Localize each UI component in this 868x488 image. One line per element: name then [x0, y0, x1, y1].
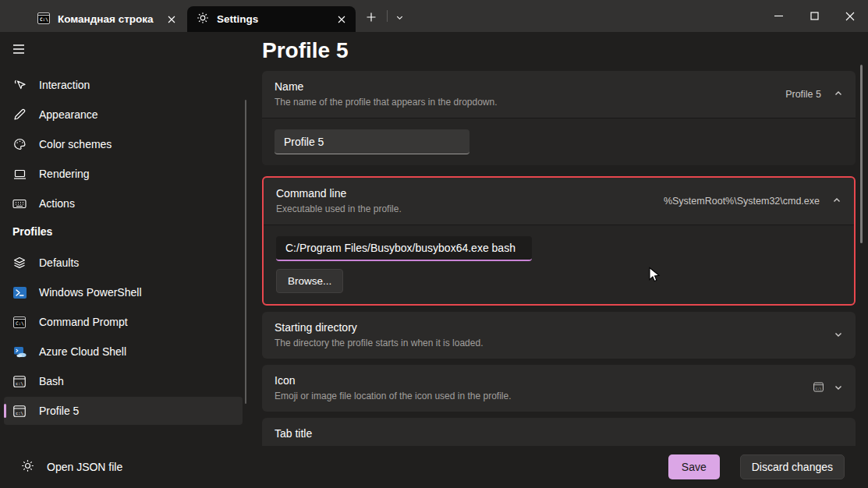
gear-icon [21, 459, 34, 475]
powershell-icon [12, 287, 27, 299]
open-json-file-label: Open JSON file [47, 461, 122, 473]
chevron-up-icon[interactable] [834, 87, 843, 101]
setting-description: The name of the profile that appears in … [275, 97, 498, 108]
plus-icon [367, 11, 376, 25]
icon-setting-card: Icon Emoji or image file location of the… [262, 365, 856, 412]
titlebar[interactable]: C:\ Командная строка Settings [0, 0, 868, 32]
interaction-icon [12, 79, 27, 92]
new-tab-button[interactable] [360, 8, 382, 28]
sidebar-item-actions[interactable]: Actions [4, 189, 243, 217]
window-controls [760, 0, 868, 32]
discard-changes-button[interactable]: Discard changes [740, 454, 845, 479]
close-tab-icon[interactable] [332, 10, 351, 29]
sidebar-item-label: Azure Cloud Shell [39, 345, 126, 358]
starting-directory-expander-header[interactable]: Starting directory The directory the pro… [262, 312, 856, 359]
sidebar-item-color-schemes[interactable]: Color schemes [4, 130, 243, 158]
icon-expander-header[interactable]: Icon Emoji or image file location of the… [262, 365, 856, 412]
page-title: Profile 5 [262, 39, 856, 62]
command-line-setting-card: Command line Executable used in the prof… [262, 176, 856, 306]
setting-title: Tab title [275, 427, 312, 440]
sidebar-item-rendering[interactable]: Rendering [4, 160, 243, 188]
sidebar-scrollbar[interactable] [245, 100, 246, 404]
tab-label: Командная строка [58, 13, 154, 25]
svg-text:c:\: c:\ [16, 380, 23, 385]
cmd-icon: C:\ [37, 12, 50, 27]
profile-icon-preview: c:\ [813, 381, 824, 395]
hamburger-menu-button[interactable] [11, 41, 39, 60]
setting-title: Name [275, 80, 498, 94]
sidebar-item-bash[interactable]: c:\ Bash [4, 367, 243, 395]
setting-current-value: Profile 5 [785, 89, 821, 100]
main-scrollbar[interactable] [860, 65, 863, 243]
minimize-button[interactable] [760, 0, 796, 32]
command-prompt-icon: C:\ [12, 316, 27, 328]
sidebar-item-label: Color schemes [39, 138, 112, 150]
close-tab-icon[interactable] [162, 10, 181, 29]
gear-icon [197, 12, 209, 27]
chevron-down-icon [395, 11, 404, 25]
setting-description: Emoji or image file location of the icon… [275, 391, 512, 402]
command-line-input[interactable] [276, 236, 532, 261]
svg-text:C:\: C:\ [16, 320, 24, 326]
sidebar-item-windows-powershell[interactable]: Windows PowerShell [4, 278, 243, 306]
settings-footer: Open JSON file Save Discard changes [0, 446, 868, 488]
name-setting-card: Name The name of the profile that appear… [262, 71, 856, 165]
chevron-up-icon[interactable] [832, 194, 841, 208]
terminal-icon: c:\ [12, 405, 27, 417]
sidebar-item-label: Defaults [39, 256, 79, 269]
tab-button-divider [387, 10, 388, 22]
appearance-icon [12, 108, 27, 121]
setting-title: Starting directory [275, 321, 483, 334]
svg-text:c:\: c:\ [815, 387, 821, 391]
windows-terminal-window: C:\ Командная строка Settings [0, 0, 868, 488]
tab-settings[interactable]: Settings [187, 6, 356, 32]
setting-title: Icon [275, 374, 512, 387]
settings-sidebar: Interaction Appearance Color schemes Ren… [0, 32, 246, 488]
layers-icon [12, 256, 27, 269]
setting-description: The directory the profile starts in when… [275, 338, 483, 349]
save-button[interactable]: Save [668, 454, 720, 479]
chevron-down-icon[interactable] [834, 328, 843, 342]
starting-directory-setting-card: Starting directory The directory the pro… [262, 312, 856, 359]
command-line-expander-header[interactable]: Command line Executable used in the prof… [264, 178, 854, 225]
setting-title: Command line [276, 187, 402, 200]
maximize-button[interactable] [796, 0, 832, 32]
name-input[interactable] [275, 129, 469, 154]
sidebar-item-label: Rendering [39, 168, 90, 180]
svg-text:c:\: c:\ [16, 410, 23, 415]
open-json-file-button[interactable]: Open JSON file [12, 459, 656, 475]
sidebar-item-label: Windows PowerShell [39, 286, 142, 299]
close-window-button[interactable] [832, 0, 868, 32]
chevron-down-icon[interactable] [834, 381, 843, 395]
setting-current-value: %SystemRoot%\System32\cmd.exe [664, 196, 820, 207]
rendering-icon [12, 168, 27, 180]
sidebar-item-interaction[interactable]: Interaction [4, 71, 243, 99]
name-expander-header[interactable]: Name The name of the profile that appear… [262, 71, 856, 118]
actions-icon [12, 199, 27, 209]
settings-main-panel: Profile 5 Name The name of the profile t… [246, 32, 868, 488]
sidebar-item-command-prompt[interactable]: C:\ Command Prompt [4, 308, 243, 336]
azure-cloud-shell-icon [12, 346, 27, 358]
sidebar-item-label: Profile 5 [39, 405, 79, 417]
sidebar-item-label: Interaction [39, 79, 90, 91]
sidebar-item-label: Appearance [39, 108, 98, 121]
svg-text:C:\: C:\ [40, 16, 48, 22]
sidebar-item-defaults[interactable]: Defaults [4, 249, 243, 277]
profiles-section-header: Profiles [12, 225, 234, 238]
setting-description: Executable used in the profile. [276, 203, 402, 215]
tab-command-prompt[interactable]: C:\ Командная строка [28, 6, 186, 32]
sidebar-item-label: Bash [39, 375, 64, 387]
tab-dropdown-button[interactable] [389, 9, 409, 27]
tab-label: Settings [217, 13, 324, 25]
sidebar-item-label: Command Prompt [39, 316, 128, 328]
sidebar-item-azure-cloud-shell[interactable]: Azure Cloud Shell [4, 338, 243, 366]
sidebar-item-label: Actions [39, 197, 75, 210]
browse-button[interactable]: Browse... [276, 269, 343, 293]
terminal-icon: c:\ [12, 376, 27, 387]
color-schemes-icon [12, 138, 27, 150]
hamburger-icon [12, 44, 25, 58]
sidebar-item-profile-5[interactable]: c:\ Profile 5 [4, 397, 243, 425]
sidebar-item-appearance[interactable]: Appearance [4, 101, 243, 129]
